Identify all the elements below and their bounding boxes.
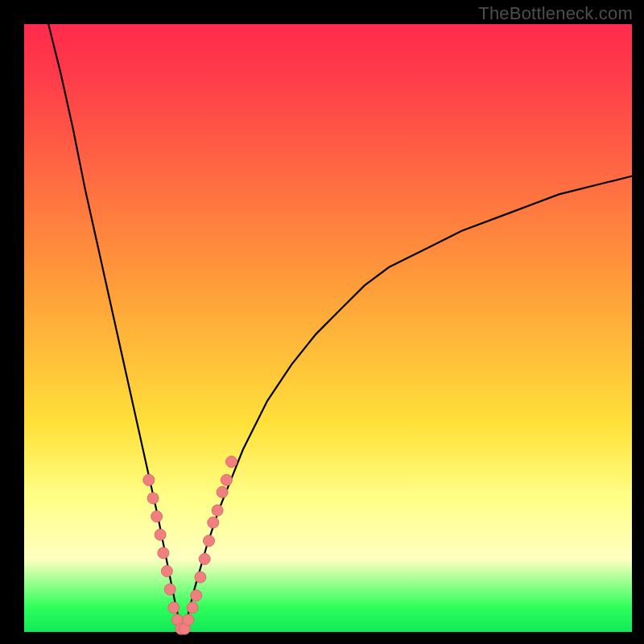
marker-dot bbox=[183, 614, 194, 625]
marker-dot bbox=[195, 572, 206, 583]
marker-dot bbox=[143, 474, 155, 485]
bottleneck-curve bbox=[48, 24, 632, 632]
marker-dot bbox=[187, 602, 198, 613]
marker-dot bbox=[208, 517, 219, 528]
marker-dot bbox=[199, 553, 210, 564]
marker-group bbox=[143, 456, 237, 635]
marker-dot bbox=[155, 529, 166, 540]
marker-dot bbox=[158, 547, 169, 559]
marker-dot bbox=[191, 590, 202, 601]
chart-frame: TheBottleneck.com bbox=[0, 0, 644, 644]
watermark-text: TheBottleneck.com bbox=[478, 3, 633, 24]
marker-dot bbox=[212, 505, 223, 516]
marker-dot bbox=[168, 602, 180, 613]
curve-layer bbox=[24, 24, 632, 632]
marker-dot bbox=[161, 566, 172, 577]
plot-area bbox=[24, 24, 632, 632]
marker-dot bbox=[226, 456, 237, 468]
marker-dot bbox=[164, 584, 175, 595]
marker-dot bbox=[217, 486, 228, 497]
marker-dot bbox=[221, 474, 232, 485]
marker-dot bbox=[147, 493, 159, 504]
marker-dot bbox=[151, 511, 163, 522]
marker-dot bbox=[204, 535, 215, 547]
